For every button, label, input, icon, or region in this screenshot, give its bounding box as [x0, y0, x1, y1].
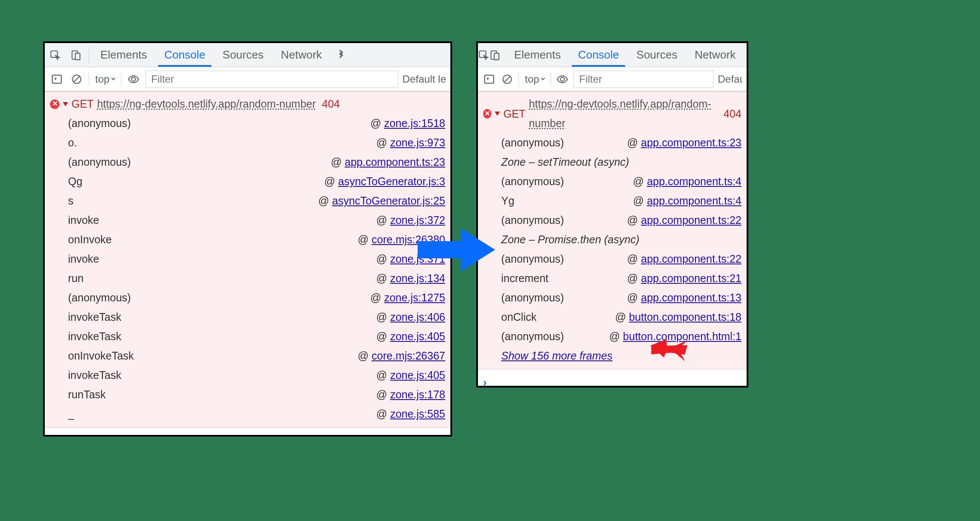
- frame-location: @ app.component.ts:13: [627, 288, 741, 307]
- source-link[interactable]: app.component.ts:22: [641, 214, 742, 226]
- clear-console-icon[interactable]: [69, 71, 84, 87]
- live-expression-icon[interactable]: [555, 71, 569, 87]
- divider: [89, 47, 89, 63]
- source-link[interactable]: app.component.ts:23: [345, 156, 446, 168]
- stack-frame: (anonymous)@ button.component.html:1: [501, 327, 741, 346]
- error-header[interactable]: ✕ GET https://ng-devtools.netlify.app/ra…: [50, 94, 445, 114]
- live-expression-icon[interactable]: [126, 71, 141, 87]
- frame-function: (anonymous): [501, 327, 564, 346]
- source-link[interactable]: button.component.ts:18: [629, 311, 741, 323]
- log-level-selector[interactable]: Defau: [718, 73, 742, 85]
- source-link[interactable]: zone.js:406: [390, 311, 445, 323]
- frame-location: @ core.mjs:26367: [358, 346, 445, 366]
- stack-frame: increment@ app.component.ts:21: [501, 269, 741, 288]
- inspect-element-icon[interactable]: [45, 43, 65, 67]
- source-link[interactable]: app.component.ts:23: [641, 136, 742, 149]
- divider: [551, 72, 551, 86]
- stack-frame: (anonymous)@ app.component.ts:22: [501, 211, 741, 230]
- frame-function: invoke: [68, 211, 99, 230]
- stack-frame: onInvokeTask@ core.mjs:26367: [68, 346, 445, 366]
- tab-console[interactable]: Console: [569, 43, 627, 67]
- source-link[interactable]: zone.js:405: [390, 330, 445, 342]
- stack-frame: invokeTask@ zone.js:406: [68, 307, 445, 327]
- source-link[interactable]: zone.js:405: [390, 369, 445, 381]
- source-link[interactable]: app.component.ts:22: [641, 253, 742, 265]
- tab-sources[interactable]: Sources: [628, 43, 686, 67]
- stack-trace: (anonymous)@ app.component.ts:23Zone – s…: [483, 133, 741, 366]
- console-sidebar-toggle-icon[interactable]: [482, 71, 496, 87]
- source-link[interactable]: asyncToGenerator.js:3: [338, 175, 445, 187]
- clear-console-icon[interactable]: [500, 71, 514, 87]
- stack-frame: _@ zone.js:585: [68, 404, 445, 424]
- stack-frame: (anonymous)@ zone.js:1518: [68, 114, 445, 133]
- frame-function: (anonymous): [68, 152, 131, 172]
- source-link[interactable]: zone.js:1275: [384, 292, 445, 304]
- tab-elements[interactable]: Elements: [92, 43, 155, 67]
- stack-frame: onClick@ button.component.ts:18: [501, 307, 741, 327]
- tab-network[interactable]: Network: [686, 43, 744, 67]
- svg-rect-8: [494, 53, 499, 59]
- source-link[interactable]: asyncToGenerator.js:25: [332, 195, 445, 207]
- show-more-frames-link[interactable]: Show 156 more frames: [501, 350, 612, 362]
- async-zone-note: Zone – Promise.then (async): [501, 230, 741, 249]
- more-tabs-icon[interactable]: [744, 43, 748, 67]
- http-status: 404: [723, 104, 741, 124]
- frame-function: Yg: [501, 191, 515, 211]
- console-filter-bar: top Default le: [45, 67, 450, 91]
- console-sidebar-toggle-icon[interactable]: [49, 71, 65, 87]
- disclosure-triangle-icon[interactable]: [495, 112, 500, 116]
- filter-input[interactable]: [574, 71, 713, 88]
- http-method: GET: [503, 104, 525, 124]
- frame-function: invokeTask: [68, 366, 121, 385]
- frame-location: @ app.component.ts:23: [331, 152, 445, 172]
- source-link[interactable]: app.component.ts:4: [647, 195, 741, 207]
- tab-elements[interactable]: Elements: [506, 43, 569, 67]
- frame-function: increment: [501, 269, 549, 288]
- error-header[interactable]: ✕ GET https://ng-devtools.netlify.app/ra…: [483, 94, 741, 133]
- source-link[interactable]: zone.js:178: [390, 388, 445, 400]
- frame-location: @ zone.js:405: [376, 366, 445, 385]
- source-link[interactable]: app.component.ts:4: [647, 175, 741, 187]
- source-link[interactable]: zone.js:1518: [384, 117, 445, 129]
- async-zone-note: Zone – setTimeout (async): [501, 152, 741, 172]
- source-link[interactable]: core.mjs:26367: [372, 350, 445, 362]
- context-selector[interactable]: top: [523, 73, 546, 85]
- stack-frame: (anonymous)@ zone.js:1275: [68, 288, 445, 307]
- source-link[interactable]: zone.js:585: [390, 408, 445, 420]
- source-link[interactable]: app.component.ts:13: [641, 292, 742, 304]
- disclosure-triangle-icon[interactable]: [63, 102, 68, 106]
- inspect-element-icon[interactable]: [478, 43, 489, 67]
- source-link[interactable]: app.component.ts:21: [641, 272, 742, 284]
- request-url[interactable]: https://ng-devtools.netlify.app/random-n…: [97, 94, 316, 114]
- stack-frame: (anonymous)@ app.component.ts:23: [501, 133, 741, 152]
- source-link[interactable]: zone.js:973: [390, 136, 445, 149]
- stack-trace: (anonymous)@ zone.js:1518o.@ zone.js:973…: [50, 114, 445, 424]
- filter-input[interactable]: [146, 71, 398, 88]
- request-url[interactable]: https://ng-devtools.netlify.app/random-n…: [529, 94, 717, 133]
- tab-sources[interactable]: Sources: [214, 43, 272, 67]
- frame-location: @ app.component.ts:22: [627, 211, 741, 230]
- frame-function: (anonymous): [68, 114, 131, 133]
- svg-point-11: [560, 77, 564, 81]
- frame-function: onClick: [501, 307, 537, 327]
- frame-function: invoke: [68, 249, 99, 269]
- device-toggle-icon[interactable]: [489, 43, 500, 67]
- transition-arrow-icon: [413, 224, 499, 276]
- frame-location: @ zone.js:585: [376, 404, 445, 424]
- svg-rect-9: [485, 75, 494, 83]
- http-method: GET: [71, 94, 93, 114]
- frame-location: @ app.component.ts:23: [627, 133, 741, 152]
- console-prompt[interactable]: ›: [478, 369, 747, 388]
- context-selector[interactable]: top: [93, 73, 117, 85]
- devtools-panel-left: Elements Console Sources Network top Def…: [43, 41, 452, 437]
- tab-console[interactable]: Console: [155, 43, 214, 67]
- console-body: ✕ GET https://ng-devtools.netlify.app/ra…: [45, 91, 450, 428]
- error-icon: ✕: [50, 99, 59, 109]
- frame-function: (anonymous): [501, 133, 564, 152]
- more-tabs-icon[interactable]: [331, 43, 351, 67]
- device-toggle-icon[interactable]: [65, 43, 86, 67]
- tab-network[interactable]: Network: [272, 43, 330, 67]
- frame-location: @ app.component.ts:4: [633, 191, 741, 211]
- console-error-message: ✕ GET https://ng-devtools.netlify.app/ra…: [478, 91, 747, 369]
- log-level-selector[interactable]: Default le: [403, 73, 446, 85]
